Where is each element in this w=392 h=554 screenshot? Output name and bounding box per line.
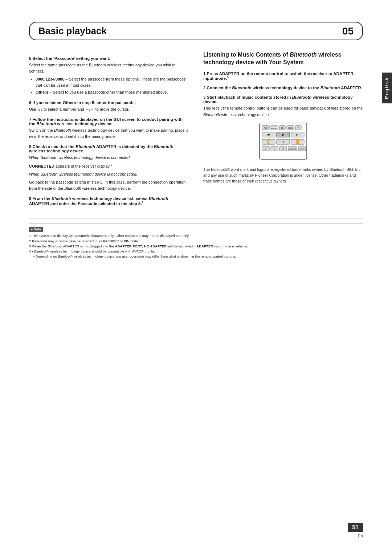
page-title: Basic playback (38, 25, 354, 37)
step7-heading: 7 Follow the instructions displayed on t… (29, 117, 189, 126)
left-column: 5 Select the 'Passcode' setting you want… (29, 51, 189, 207)
step-9: 9 From the Bluetooth wireless technology… (29, 196, 189, 206)
svg-text:⏩: ⏩ (296, 140, 299, 144)
note-1: 1 The system can display alphanumeric ch… (29, 233, 363, 238)
page: English Basic playback 05 5 Select the '… (0, 0, 392, 554)
step5-body: Select the same passcode as the Bluetoot… (29, 62, 189, 74)
note-4: 4 • Bluetooth wireless technology device… (29, 249, 363, 254)
right-section-title: Listening to Music Contents of Bluetooth… (203, 51, 363, 66)
svg-text:MEMORY: MEMORY (271, 127, 278, 129)
step6-body: Use ↑/↓ to select a number and ←/→ to mo… (29, 106, 189, 112)
notes-area: ● Note 1 The system can display alphanum… (29, 218, 363, 259)
trademark-text: The Bluetooth® word mark and logos are r… (203, 167, 363, 184)
svg-text:AUX: AUX (264, 127, 268, 129)
step5-heading: 5 Select the 'Passcode' setting you want… (29, 56, 189, 61)
page-chapter-number: 05 (342, 25, 354, 37)
page-number-box: 51 (348, 523, 363, 532)
note-2: 2 Passcode may in some case be referred … (29, 239, 363, 244)
svg-text:⏸: ⏸ (282, 140, 285, 144)
step-8: 8 Check to see that the Bluetooth ADAPTE… (29, 144, 189, 191)
svg-text:▶: ▶ (282, 133, 285, 136)
content-area: 5 Select the 'Passcode' setting you want… (29, 51, 363, 207)
right-step3-body: This receiver's remote control buttons c… (203, 105, 363, 118)
step6-heading: 6 If you selected Others in step 5, ente… (29, 100, 189, 105)
step8-not-connected-label: When Bluetooth wireless technology devic… (29, 171, 189, 177)
step8-connected-label: When Bluetooth wireless technology devic… (29, 155, 189, 161)
remote-control-image: AUX MEMORY BD MENU ✕ ⏮ ▶ ⏭ (203, 121, 363, 161)
note-3: 3 When the Bluetooth ADAPTER is not plug… (29, 244, 363, 249)
bullet-others: Others – Select to you use a passcode ot… (36, 89, 189, 95)
right-step-1: 1 Press ADAPTER on the remote control to… (203, 71, 363, 81)
svg-text:AVC: AVC (300, 148, 304, 150)
svg-text:⏭: ⏭ (296, 133, 299, 136)
svg-text:⏮: ⏮ (267, 133, 270, 136)
side-tab: English (382, 73, 392, 103)
svg-text:MENU: MENU (288, 127, 293, 129)
right-step-2: 2 Connect the Bluetooth wireless technol… (203, 86, 363, 90)
right-step3-heading: 3 Start playback of music contents store… (203, 95, 363, 104)
svg-text:3: 3 (282, 148, 284, 150)
step8-heading: 8 Check to see that the Bluetooth ADAPTE… (29, 144, 189, 153)
notes-divider (29, 223, 363, 224)
svg-text:✕: ✕ (297, 126, 300, 130)
page-lang-label: En (358, 534, 363, 538)
step8-connected-display: CONNECTED appears in the receiver displa… (29, 163, 189, 169)
step-6: 6 If you selected Others in step 5, ente… (29, 100, 189, 112)
right-step1-heading: 1 Press ADAPTER on the remote control to… (203, 71, 363, 81)
step5-bullets: 0000/1234/8888 – Select the passcode fro… (36, 76, 189, 95)
svg-text:VOLUME: VOLUME (289, 148, 297, 150)
right-step2-heading: 2 Connect the Bluetooth wireless technol… (203, 86, 363, 90)
svg-text:⏪: ⏪ (267, 140, 270, 144)
right-step-3: 3 Start playback of music contents store… (203, 95, 363, 118)
step9-heading: 9 From the Bluetooth wireless technology… (29, 196, 189, 206)
right-column: Listening to Music Contents of Bluetooth… (203, 51, 363, 207)
note-icon: ● Note (29, 227, 43, 233)
svg-text:2: 2 (274, 148, 275, 150)
note-4b: • Depending on Bluetooth wireless techno… (29, 254, 363, 259)
header-bar: Basic playback 05 (29, 22, 363, 40)
step8-not-connected-body: Go back to the passcode setting in step … (29, 179, 189, 191)
svg-text:1: 1 (265, 148, 266, 150)
svg-text:BD: BD (281, 127, 284, 129)
step-5: 5 Select the 'Passcode' setting you want… (29, 56, 189, 95)
bullet-0000: 0000/1234/8888 – Select the passcode fro… (36, 76, 189, 88)
step7-body: Switch on the Bluetooth wireless technol… (29, 127, 189, 139)
step-7: 7 Follow the instructions displayed on t… (29, 117, 189, 139)
